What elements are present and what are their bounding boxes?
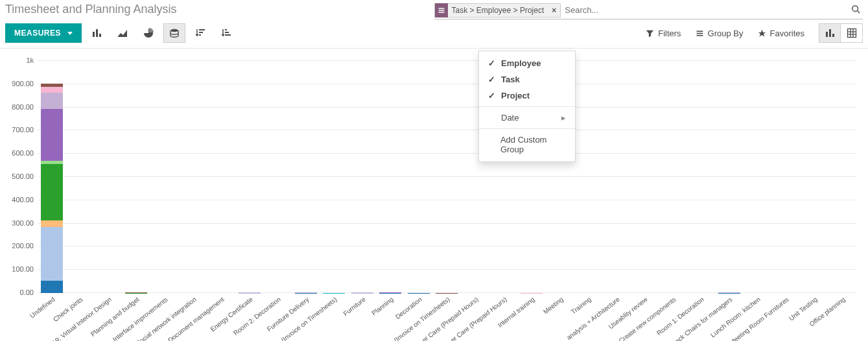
- search-input[interactable]: [561, 4, 851, 16]
- line-chart-button[interactable]: [111, 23, 134, 43]
- x-tick-label: Office planning: [828, 293, 856, 341]
- sort-desc-button[interactable]: [189, 23, 211, 43]
- svg-rect-6: [96, 29, 98, 37]
- x-tick-label: (Invoice on Timesheets): [320, 293, 348, 341]
- bar-column[interactable]: [574, 61, 602, 293]
- y-tick-label: 900.00: [12, 80, 34, 88]
- svg-rect-5: [93, 32, 95, 37]
- bar-column[interactable]: [123, 61, 151, 293]
- bar-column[interactable]: [66, 61, 95, 293]
- bar-column[interactable]: [433, 61, 462, 293]
- dropdown-separator: [479, 128, 575, 129]
- graph-view-button[interactable]: [819, 23, 841, 43]
- svg-rect-12: [225, 29, 227, 30]
- svg-rect-7: [99, 34, 101, 37]
- y-tick-label: 600.00: [12, 149, 34, 157]
- bar-column[interactable]: [150, 61, 179, 293]
- list-icon: [435, 3, 448, 18]
- y-tick-label: 100.00: [12, 265, 34, 273]
- bar-column[interactable]: [292, 61, 320, 293]
- facet-label: Task > Employee > Project: [448, 6, 548, 15]
- bar-column[interactable]: [320, 61, 348, 293]
- bar-column[interactable]: [179, 61, 207, 293]
- filters-label: Filters: [658, 29, 681, 38]
- bar-column[interactable]: [207, 61, 235, 293]
- bar-segment: [41, 164, 63, 220]
- groupby-dropdown: ✓Employee ✓Task ✓Project Date▸ Add Custo…: [478, 51, 576, 162]
- svg-rect-17: [696, 34, 703, 36]
- bar-column[interactable]: [659, 61, 687, 293]
- bar-column[interactable]: [687, 61, 716, 293]
- x-tick-label: Internal training: [517, 293, 546, 341]
- favorites-label: Favorites: [770, 29, 804, 38]
- bar-column[interactable]: [38, 61, 66, 293]
- bar-segment: [41, 93, 63, 110]
- pivot-view-button[interactable]: [841, 23, 863, 43]
- svg-point-8: [170, 29, 178, 32]
- groupby-option-date[interactable]: Date▸: [479, 110, 575, 126]
- bar-segment: [41, 220, 63, 227]
- y-tick-label: 800.00: [12, 103, 34, 111]
- bar-column[interactable]: [715, 61, 744, 293]
- groupby-add-custom[interactable]: Add Custom Group: [479, 132, 575, 158]
- svg-rect-11: [199, 34, 201, 36]
- bar-column[interactable]: [771, 61, 800, 293]
- groupby-option-label: Add Custom Group: [500, 135, 566, 154]
- measures-label: MEASURES: [14, 29, 61, 38]
- bar-column[interactable]: [405, 61, 433, 293]
- search-facet[interactable]: Task > Employee > Project ×: [434, 3, 561, 18]
- bar-column[interactable]: [800, 61, 828, 293]
- bar-column[interactable]: [235, 61, 264, 293]
- svg-rect-0: [438, 8, 444, 9]
- search-bar[interactable]: Task > Employee > Project ×: [434, 1, 863, 19]
- pie-chart-button[interactable]: [137, 23, 159, 43]
- groupby-button[interactable]: Group By: [696, 29, 744, 38]
- bar-column[interactable]: [377, 61, 405, 293]
- groupby-option-project[interactable]: ✓Project: [479, 88, 575, 104]
- chevron-right-icon: ▸: [561, 113, 566, 123]
- y-tick-label: 300.00: [12, 219, 34, 227]
- facet-remove-button[interactable]: ×: [548, 6, 560, 15]
- svg-rect-10: [199, 32, 203, 33]
- groupby-option-task[interactable]: ✓Task: [479, 71, 575, 88]
- svg-rect-1: [438, 10, 444, 11]
- y-tick-label: 0.00: [20, 288, 34, 296]
- filters-button[interactable]: Filters: [646, 29, 681, 38]
- svg-point-3: [852, 5, 858, 11]
- groupby-option-label: Project: [501, 91, 530, 100]
- bar-segment: [41, 281, 63, 293]
- groupby-option-label: Date: [501, 113, 519, 123]
- groupby-option-label: Task: [501, 75, 520, 84]
- bar-column[interactable]: [348, 61, 377, 293]
- y-tick-label: 500.00: [12, 172, 34, 180]
- y-tick-label: 200.00: [12, 242, 34, 250]
- favorites-button[interactable]: Favorites: [758, 29, 804, 38]
- view-switcher: [819, 23, 863, 43]
- y-tick-label: 1k: [26, 56, 34, 64]
- bar-column[interactable]: [744, 61, 772, 293]
- svg-rect-16: [696, 32, 703, 34]
- svg-rect-15: [696, 30, 703, 32]
- svg-rect-20: [832, 34, 834, 37]
- x-tick-label: Furniture: [348, 293, 377, 341]
- y-tick-label: 400.00: [12, 196, 34, 204]
- bar-column[interactable]: [94, 61, 123, 293]
- svg-rect-14: [225, 34, 231, 36]
- groupby-label: Group By: [708, 29, 744, 38]
- bar-column[interactable]: [263, 61, 292, 293]
- bar-column[interactable]: [828, 61, 856, 293]
- page-title: Timesheet and Planning Analysis: [5, 1, 434, 16]
- chart: 0.00100.00200.00300.00400.00500.00600.00…: [5, 54, 863, 341]
- bar-segment: [41, 87, 63, 93]
- groupby-option-employee[interactable]: ✓Employee: [479, 55, 575, 71]
- sort-asc-button[interactable]: [215, 23, 237, 43]
- stacked-button[interactable]: [163, 23, 185, 43]
- svg-rect-9: [199, 29, 205, 30]
- bar-column[interactable]: [630, 61, 659, 293]
- toolbar: MEASURES Filters Group By Favorites: [0, 19, 868, 49]
- bar-column[interactable]: [602, 61, 631, 293]
- search-icon[interactable]: [851, 5, 863, 16]
- bar-chart-button[interactable]: [86, 23, 108, 43]
- measures-button[interactable]: MEASURES: [5, 23, 82, 43]
- svg-rect-2: [438, 12, 444, 13]
